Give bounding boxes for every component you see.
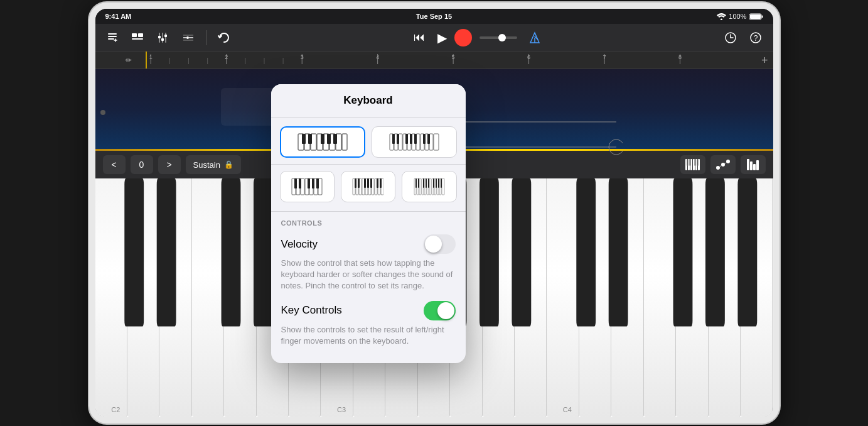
svg-rect-110 <box>397 134 399 144</box>
popup-overlay: Keyboard <box>95 9 773 417</box>
svg-rect-151 <box>429 178 431 195</box>
svg-rect-92 <box>342 134 347 150</box>
svg-rect-113 <box>414 134 417 144</box>
svg-rect-160 <box>426 178 427 188</box>
svg-rect-139 <box>358 178 360 188</box>
svg-rect-161 <box>428 178 429 188</box>
svg-rect-94 <box>308 134 312 144</box>
svg-point-168 <box>609 139 623 155</box>
svg-rect-165 <box>441 178 442 188</box>
keyboard-sizes-row2 <box>271 165 466 212</box>
svg-rect-115 <box>427 134 430 144</box>
popup-title: Keyboard <box>343 94 392 106</box>
keyboard-size-small-full[interactable] <box>402 171 456 202</box>
svg-rect-124 <box>299 178 301 188</box>
svg-rect-164 <box>438 178 439 188</box>
svg-rect-143 <box>377 178 378 188</box>
controls-section: CONTROLS Velocity Show the control that … <box>271 212 466 363</box>
svg-rect-147 <box>419 178 421 195</box>
svg-rect-97 <box>333 134 337 144</box>
svg-rect-142 <box>370 178 372 188</box>
svg-rect-156 <box>442 178 444 195</box>
keyboard-size-small-3oct[interactable] <box>341 171 395 202</box>
svg-rect-114 <box>423 134 426 144</box>
keyboard-icon-large-2oct <box>297 133 348 151</box>
velocity-toggle[interactable] <box>424 234 456 254</box>
svg-rect-123 <box>294 178 297 188</box>
keyboard-sizes-row1 <box>271 117 466 165</box>
keyboard-size-large-full[interactable] <box>372 126 457 158</box>
keyboard-icon-small-full <box>414 178 445 195</box>
svg-rect-141 <box>367 178 369 188</box>
svg-rect-109 <box>392 134 395 144</box>
keyboard-size-large-2oct[interactable] <box>280 126 365 158</box>
key-controls-row: Key Controls <box>281 301 456 320</box>
svg-rect-159 <box>423 178 424 188</box>
svg-rect-108 <box>434 134 439 150</box>
svg-rect-162 <box>433 178 434 188</box>
svg-rect-112 <box>410 134 412 144</box>
keyboard-popup: Keyboard <box>271 84 466 363</box>
ipad-screen: 9:41 AM Tue Sep 15 100% <box>95 9 773 417</box>
popup-header: Keyboard <box>271 84 466 117</box>
velocity-toggle-thumb <box>425 236 442 253</box>
velocity-desc: Show the control that sets how tapping t… <box>281 258 456 292</box>
keyboard-size-small-2oct[interactable] <box>280 171 335 202</box>
svg-rect-163 <box>436 178 437 188</box>
key-controls-toggle-thumb <box>437 302 454 319</box>
keyboard-icon-large-full <box>389 133 439 151</box>
svg-rect-138 <box>355 178 356 188</box>
svg-rect-127 <box>316 178 319 188</box>
key-controls-desc: Show the controls to set the result of l… <box>281 324 456 347</box>
key-controls-label: Key Controls <box>281 304 342 317</box>
svg-rect-140 <box>364 178 366 188</box>
svg-rect-158 <box>418 178 419 188</box>
svg-rect-144 <box>380 178 382 188</box>
svg-rect-157 <box>415 178 417 188</box>
popup-body: CONTROLS Velocity Show the control that … <box>271 117 466 363</box>
callout-lines <box>466 109 623 172</box>
svg-rect-93 <box>302 134 306 144</box>
keyboard-icon-small-3oct <box>352 178 383 195</box>
ipad-frame: 9:41 AM Tue Sep 15 100% <box>89 3 780 423</box>
svg-rect-111 <box>405 134 408 144</box>
key-controls-toggle[interactable] <box>424 301 456 320</box>
svg-rect-125 <box>308 178 310 188</box>
svg-rect-96 <box>327 134 331 144</box>
velocity-row: Velocity <box>281 234 456 254</box>
svg-rect-126 <box>312 178 314 188</box>
keyboard-icon-small-2oct <box>291 178 323 195</box>
velocity-label: Velocity <box>281 238 318 251</box>
svg-rect-95 <box>321 134 324 144</box>
controls-section-label: CONTROLS <box>281 219 456 227</box>
